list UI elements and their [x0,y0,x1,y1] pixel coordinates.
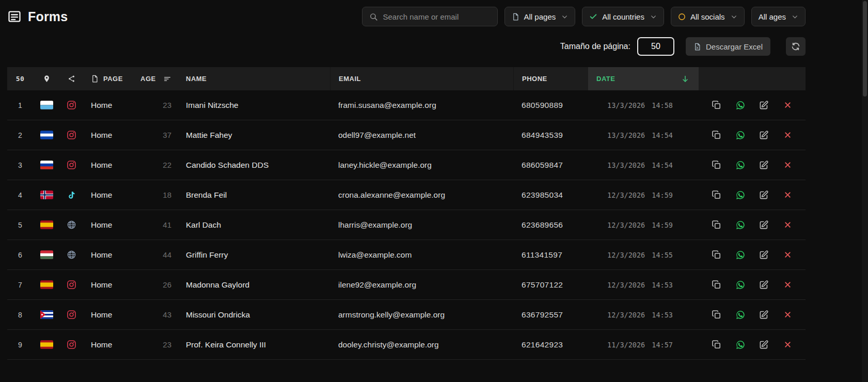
edit-button[interactable] [756,157,771,173]
page-cell: Home [83,190,132,200]
name-column-header[interactable]: NAME [178,67,330,90]
row-actions [699,187,806,203]
edit-button[interactable] [756,307,771,323]
delete-button[interactable] [780,157,795,173]
date-cell: 12/3/2026 14:55 [588,251,699,259]
whatsapp-button[interactable] [733,217,748,233]
download-excel-button[interactable]: Descargar Excel [686,37,770,56]
filter-all-ages[interactable]: All ages [751,7,806,26]
name-cell: Karl Dach [178,220,330,230]
social-column-header[interactable] [60,67,83,90]
phone-cell: 680590889 [513,101,588,110]
age-cell: 26 [132,280,178,289]
row-actions [699,277,806,293]
edit-button[interactable] [756,128,771,143]
name-cell: Missouri Ondricka [178,310,330,320]
actions-column-header [699,67,806,90]
edit-button[interactable] [756,247,771,263]
email-cell: crona.alexanne@example.org [330,190,513,200]
page-cell: Home [83,310,132,320]
date-cell: 13/3/2026 14:58 [588,101,699,109]
column-label: DATE [596,75,615,83]
edit-button[interactable] [756,277,771,293]
row-actions [699,247,806,263]
whatsapp-button[interactable] [733,277,748,293]
whatsapp-button[interactable] [733,98,748,113]
search-box[interactable] [362,7,498,26]
filter-all-countries[interactable]: All countries [582,7,664,26]
count-header: 50 [7,67,33,90]
country-column-header[interactable] [33,67,60,90]
topbar: Forms All pages All countries All social… [7,0,806,27]
forms-icon [7,9,22,24]
age-cell: 41 [132,220,178,229]
whatsapp-button[interactable] [733,247,748,263]
copy-button[interactable] [709,157,724,173]
edit-button[interactable] [756,187,771,203]
whatsapp-button[interactable] [733,307,748,323]
row-number: 3 [7,161,33,169]
email-cell: laney.hickle@example.org [330,161,513,170]
row-actions [699,98,806,113]
page-size-input[interactable] [637,37,674,56]
edit-button[interactable] [756,98,771,113]
age-cell: 37 [132,131,178,139]
row-number: 8 [7,311,33,319]
table-row: 5Home41Karl Dachlharris@example.org62368… [7,210,806,240]
vertical-scrollbar[interactable] [862,0,868,382]
page-cell: Home [83,340,132,349]
whatsapp-button[interactable] [733,157,748,173]
phone-column-header[interactable]: PHONE [513,67,588,90]
email-cell: dooley.christy@example.org [330,340,513,349]
copy-button[interactable] [709,217,724,233]
filter-all-socials[interactable]: All socials [671,7,745,26]
delete-button[interactable] [780,187,795,203]
delete-button[interactable] [780,307,795,323]
edit-button[interactable] [756,337,771,353]
name-cell: Madonna Gaylord [178,280,330,290]
table-body: 1Home23Imani Nitzscheframi.susana@exampl… [7,90,806,360]
date-column-header[interactable]: DATE [588,67,699,90]
column-label: PAGE [103,75,123,83]
scrollbar-thumb[interactable] [863,1,867,97]
delete-button[interactable] [780,247,795,263]
age-cell: 18 [132,190,178,199]
table-row: 2Home37Mattie Faheyodell97@example.net68… [7,120,806,150]
filter-all-pages[interactable]: All pages [504,7,576,26]
table-row: 7Home26Madonna Gaylordilene92@example.or… [7,270,806,300]
forms-page: Forms All pages All countries All social… [7,0,806,360]
copy-button[interactable] [709,277,724,293]
whatsapp-button[interactable] [733,128,748,143]
search-input[interactable] [383,12,491,21]
email-cell: frami.susana@example.org [330,101,513,110]
page-column-header[interactable]: PAGE [83,67,132,90]
row-actions [699,128,806,143]
copy-button[interactable] [709,247,724,263]
edit-button[interactable] [756,217,771,233]
row-number: 1 [7,101,33,109]
phone-cell: 686059847 [513,161,588,170]
filter-label: All pages [524,12,556,21]
date-cell: 12/3/2026 14:53 [588,281,699,289]
date-cell: 12/3/2026 14:53 [588,311,699,319]
delete-button[interactable] [780,98,795,113]
row-actions [699,157,806,173]
copy-button[interactable] [709,337,724,353]
instagram-icon [60,280,83,290]
whatsapp-button[interactable] [733,187,748,203]
age-column-header[interactable]: AGE [132,67,178,90]
page-cell: Home [83,101,132,110]
email-column-header[interactable]: EMAIL [330,67,513,90]
delete-button[interactable] [780,337,795,353]
delete-button[interactable] [780,217,795,233]
delete-button[interactable] [780,128,795,143]
refresh-button[interactable] [786,37,806,56]
copy-button[interactable] [709,187,724,203]
filter-label: All ages [759,12,786,21]
chevron-down-icon [561,13,568,20]
copy-button[interactable] [709,128,724,143]
copy-button[interactable] [709,307,724,323]
copy-button[interactable] [709,98,724,113]
whatsapp-button[interactable] [733,337,748,353]
delete-button[interactable] [780,277,795,293]
